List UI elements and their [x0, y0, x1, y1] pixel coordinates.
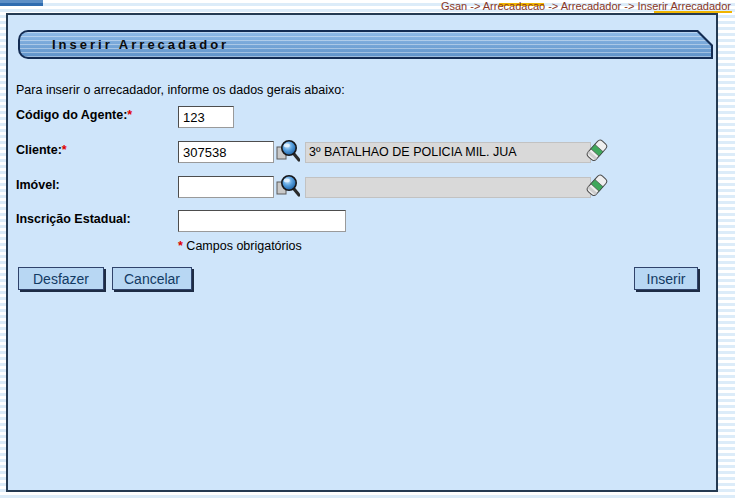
- menu-bar-fragment: [0, 0, 43, 6]
- cliente-input[interactable]: [178, 141, 274, 163]
- imovel-label: Imóvel:: [16, 178, 60, 192]
- search-icon: [276, 139, 300, 165]
- codigo-agente-input[interactable]: [178, 106, 234, 128]
- imovel-clear-button[interactable]: [586, 174, 610, 200]
- required-note-text: Campos obrigatórios: [186, 239, 301, 253]
- inscricao-estadual-input[interactable]: [178, 210, 346, 232]
- imovel-input[interactable]: [178, 176, 274, 198]
- required-asterisk: *: [62, 143, 67, 157]
- codigo-agente-label: Código do Agente:*: [16, 108, 132, 122]
- form-instruction: Para inserir o arrecadador, informe os d…: [16, 83, 345, 97]
- cancelar-button[interactable]: Cancelar: [112, 267, 192, 290]
- desfazer-button[interactable]: Desfazer: [18, 267, 104, 290]
- search-icon: [276, 174, 300, 200]
- breadcrumb[interactable]: Gsan -> Arrecadacao -> Arrecadador -> In…: [441, 0, 731, 13]
- inscricao-estadual-label: Inscrição Estadual:: [16, 212, 131, 226]
- content-panel: Inserir Arrecadador Para inserir o arrec…: [6, 13, 718, 492]
- inserir-button[interactable]: Inserir: [634, 267, 698, 290]
- eraser-icon: [586, 139, 608, 163]
- cliente-label-text: Cliente:: [16, 143, 62, 157]
- required-asterisk: *: [127, 108, 132, 122]
- cliente-name-display: 3º BATALHAO DE POLICIA MIL. JUA: [305, 142, 591, 163]
- cliente-search-button[interactable]: [276, 139, 300, 165]
- imovel-search-button[interactable]: [276, 174, 300, 200]
- inscricao-estadual-label-text: Inscrição Estadual:: [16, 212, 131, 226]
- page-title: Inserir Arrecadador: [52, 30, 229, 59]
- imovel-label-text: Imóvel:: [16, 178, 60, 192]
- codigo-agente-label-text: Código do Agente:: [16, 108, 127, 122]
- page-title-bar: Inserir Arrecadador: [18, 30, 713, 59]
- cliente-clear-button[interactable]: [586, 139, 610, 165]
- cliente-label: Cliente:*: [16, 143, 67, 157]
- imovel-display: [305, 177, 591, 198]
- required-fields-note: * Campos obrigatórios: [178, 239, 302, 253]
- required-asterisk: *: [178, 239, 183, 253]
- eraser-icon: [586, 174, 608, 198]
- page: Gsan -> Arrecadacao -> Arrecadador -> In…: [0, 0, 735, 499]
